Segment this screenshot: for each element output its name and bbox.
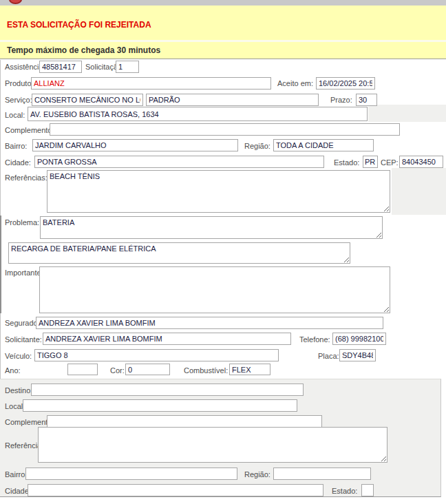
complemento-input[interactable] [50,123,400,136]
prazo-label: Prazo: [330,96,352,104]
local-input[interactable] [28,107,368,121]
veiculo-label: Veículo: [5,352,32,360]
veiculo-input[interactable] [34,349,279,361]
arrival-time-banner: Tempo máximo de chegada 30 minutos [0,42,446,59]
destino-local-input[interactable] [23,399,297,412]
cidade-label: Cidade: [5,158,31,167]
complemento-label: Complemento: [5,126,54,134]
gray-patch-referencias-row [392,168,446,215]
destino-label: Destino: [5,386,32,395]
rejected-banner: ESTA SOLICITAÇÃO FOI REJEITADA [0,6,446,40]
referencias-textarea[interactable] [47,170,390,213]
cor-label: Cor: [110,366,125,375]
left-border-segment [0,216,1,313]
solicitante-input[interactable] [43,333,291,345]
rejected-banner-text: ESTA SOLICITAÇÃO FOI REJEITADA [7,20,151,30]
placa-label: Placa: [318,352,339,360]
produto-label: Produto: [5,79,34,87]
destino-input[interactable] [31,384,304,396]
arrival-time-text: Tempo máximo de chegada 30 minutos [7,45,160,55]
produto-input[interactable] [31,77,271,90]
destino-regiao-input[interactable] [273,468,371,480]
cor-input[interactable] [125,364,170,375]
combustivel-label: Combustível: [184,366,228,375]
assistencia-input[interactable] [39,61,82,73]
cep-input[interactable] [399,156,443,168]
bairro-input[interactable] [32,139,238,151]
destino-local-label: Local: [5,402,25,410]
telefone-label: Telefone: [299,335,330,344]
local-label: Local: [5,111,25,119]
destino-referencia-textarea[interactable] [38,427,387,463]
problema-label: Problema: [5,218,39,227]
destino-cidade-input[interactable] [28,484,323,496]
ano-input[interactable] [67,364,98,375]
request-form-page: ESTA SOLICITAÇÃO FOI REJEITADA Tempo máx… [0,0,446,504]
gray-patch-local-row [368,105,446,122]
servico-tipo-input[interactable] [146,94,319,106]
importante-textarea[interactable] [39,266,390,313]
destino-bairro-label: Bairro: [5,470,27,479]
destino-complemento-input[interactable] [47,415,322,428]
cidade-input[interactable] [34,156,324,168]
destino-regiao-label: Região: [244,470,270,479]
problema-detalhe-textarea[interactable] [8,242,350,264]
segurado-label: Segurado: [5,319,40,327]
cep-label: CEP: [381,158,399,167]
red-status-icon [9,0,22,4]
telefone-input[interactable] [332,333,386,345]
placa-input[interactable] [339,349,376,361]
window-top-strip [0,0,446,6]
regiao-label: Região: [244,142,270,150]
combustivel-input[interactable] [229,364,270,375]
regiao-input[interactable] [273,139,374,151]
segurado-input[interactable] [36,317,383,329]
estado-label: Estado: [334,158,359,167]
solicitacao-input[interactable] [116,61,139,73]
aceito-em-label: Aceito em: [277,79,313,87]
destino-estado-label: Estado: [332,487,357,495]
prazo-input[interactable] [356,94,377,106]
bairro-label: Bairro: [5,142,27,150]
importante-label: Importante: [5,269,43,277]
destino-bairro-input[interactable] [25,468,237,480]
solicitante-label: Solicitante: [5,335,42,344]
aceito-em-input[interactable] [316,77,375,90]
servico-input[interactable] [32,94,143,106]
problema-textarea[interactable] [40,216,383,239]
destino-estado-input[interactable] [361,484,374,496]
estado-input[interactable] [363,156,378,168]
ano-label: Ano: [5,366,21,375]
servico-label: Serviço: [5,96,32,104]
referencias-label: Referências: [5,174,47,182]
